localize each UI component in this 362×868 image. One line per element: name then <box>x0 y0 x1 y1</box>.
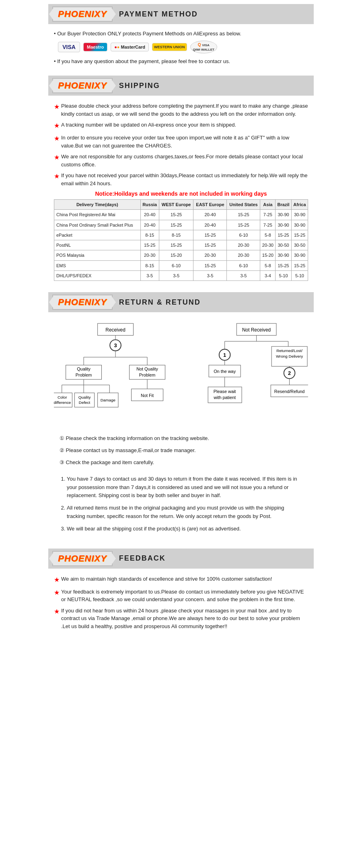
table-row: PostNL15-2515-2515-2520-3020-3030-5030-5… <box>54 240 308 250</box>
table-row: China Post Registered Air Mai20-4015-252… <box>54 210 308 220</box>
shipping-notice: Notice:Hoildays and weekends are not inc… <box>54 190 308 197</box>
qiwi-icon: Q VISAQIWI WALLET <box>190 41 217 53</box>
instruction-2: ② Please contact us by massage,E-mail,or… <box>60 445 302 456</box>
policy-item-2: All returned items must be in the origin… <box>67 504 302 521</box>
col-asia: Asia <box>260 200 276 210</box>
feedback-content: ★ We aim to maintain high standards of e… <box>48 572 314 637</box>
svg-text:with patient: with patient <box>213 395 236 400</box>
shipping-table: Delivery Time(days) Russia WEST Europe E… <box>54 199 308 281</box>
table-row: DHL/UPS/FEDEX3-53-53-53-53-45-105-10 <box>54 271 308 281</box>
svg-text:Damage: Damage <box>101 398 116 403</box>
svg-text:Resend/Refund: Resend/Refund <box>274 389 304 394</box>
payment-section: PHOENIXY PAYMENT METHOD • Our Buyer Prot… <box>48 4 314 72</box>
logo-text-2: PHOENIXY <box>58 80 107 90</box>
svg-text:2: 2 <box>288 371 291 377</box>
feedback-bullet-2: ★ Your feedback is extremely important t… <box>54 588 308 604</box>
flow-diagram: Received 3 Quality Problem Not Quality P… <box>54 319 308 431</box>
table-row: ePacket8-158-1515-256-105-815-2515-25 <box>54 230 308 240</box>
return-title: RETURN & RETUND <box>119 298 201 307</box>
logo-text-3: PHOENIXY <box>58 297 107 307</box>
flow-instructions: ① Please check the tracking information … <box>54 431 308 472</box>
mastercard-icon: ●● MasterCard <box>111 43 149 51</box>
feedback-bullet-3: ★ If you did not hear from us within 24 … <box>54 607 308 631</box>
table-header-row: Delivery Time(days) Russia WEST Europe E… <box>54 200 308 210</box>
svg-text:Defect: Defect <box>79 401 90 405</box>
feedback-section: PHOENIXY FEEDBACK ★ We aim to maintain h… <box>48 549 314 637</box>
payment-title: PAYMENT METHOD <box>119 10 198 18</box>
policy-list: You have 7 days to contact us and 30 day… <box>60 475 302 533</box>
table-row: China Post Ordinary Small Packet Plus20-… <box>54 220 308 230</box>
payment-icons: VISA Maestro ●● MasterCard WESTERN UNION… <box>54 41 308 53</box>
shipping-logo: PHOENIXY <box>52 78 113 93</box>
shipping-bullet-3: ★ In order to ensure you receive your or… <box>54 134 308 149</box>
return-logo: PHOENIXY <box>52 295 113 310</box>
svg-text:Problem: Problem <box>139 373 155 378</box>
svg-text:Wrong Delivery: Wrong Delivery <box>276 354 303 358</box>
return-header: PHOENIXY RETURN & RETUND <box>48 292 314 312</box>
logo-text: PHOENIXY <box>58 9 107 19</box>
col-usa: United States <box>227 200 260 210</box>
star-icon-fb3: ★ <box>54 607 60 616</box>
received-label: Received <box>105 327 125 333</box>
feedback-bullet-1: ★ We aim to maintain high standards of e… <box>54 575 308 585</box>
shipping-bullet-4: ★ We are not responsible for any customs… <box>54 153 308 168</box>
col-brazil: Brazil <box>276 200 292 210</box>
westernunion-icon: WESTERN UNION <box>152 43 187 51</box>
return-section: PHOENIXY RETURN & RETUND Received 3 <box>48 292 314 544</box>
instruction-1: ① Please check the tracking information … <box>60 433 302 444</box>
maestro-icon: Maestro <box>83 43 107 51</box>
svg-text:Returned/Lost/: Returned/Lost/ <box>276 348 302 353</box>
shipping-bullet-2: ★ A tracking number will be updated on A… <box>54 121 308 131</box>
star-icon-5: ★ <box>54 172 60 181</box>
return-content: Received 3 Quality Problem Not Quality P… <box>48 315 314 544</box>
shipping-title: SHIPPING <box>119 82 160 90</box>
payment-bullet1: • Our Buyer Protection ONLY protects Pay… <box>54 31 308 37</box>
instruction-3: ③ Check the package and item carefully. <box>60 457 302 468</box>
svg-text:1: 1 <box>223 352 226 358</box>
svg-text:Color: Color <box>58 395 67 399</box>
policy-item-3: We will bear all the shipping cost if th… <box>67 525 302 533</box>
col-russia: Russia <box>140 200 159 210</box>
star-icon-2: ★ <box>54 121 60 131</box>
star-icon-3: ★ <box>54 134 60 143</box>
col-africa: Africa <box>291 200 308 210</box>
payment-header: PHOENIXY PAYMENT METHOD <box>48 4 314 24</box>
col-delivery: Delivery Time(days) <box>54 200 141 210</box>
shipping-section: PHOENIXY SHIPPING ★ Please double check … <box>48 76 314 288</box>
return-policy: You have 7 days to contact us and 30 day… <box>54 472 308 540</box>
feedback-logo: PHOENIXY <box>52 551 113 566</box>
star-icon-1: ★ <box>54 102 60 112</box>
svg-text:difference: difference <box>54 401 71 405</box>
visa-icon: VISA <box>58 42 80 52</box>
payment-content: • Our Buyer Protection ONLY protects Pay… <box>48 27 314 72</box>
svg-text:Not Received: Not Received <box>242 327 271 333</box>
svg-text:Quality: Quality <box>77 367 90 372</box>
svg-text:On the way: On the way <box>214 369 236 374</box>
col-west-europe: WEST Europe <box>159 200 193 210</box>
policy-item-1: You have 7 days to contact us and 30 day… <box>67 475 302 500</box>
star-icon-fb1: ★ <box>54 575 60 585</box>
table-row: POS Malaysia20-3015-2020-3020-3015-2030-… <box>54 250 308 260</box>
svg-text:Problem: Problem <box>76 373 92 378</box>
svg-text:Not Quality: Not Quality <box>136 367 158 372</box>
table-row: EMS8-156-1015-256-105-815-2515-25 <box>54 260 308 270</box>
svg-text:Quality: Quality <box>78 395 91 399</box>
svg-text:Please wait: Please wait <box>214 389 236 394</box>
star-icon-4: ★ <box>54 153 60 162</box>
shipping-content: ★ Please double check your address befor… <box>48 99 314 288</box>
svg-text:3: 3 <box>114 343 117 349</box>
col-east-europe: EAST Europe <box>193 200 227 210</box>
shipping-bullet-1: ★ Please double check your address befor… <box>54 102 308 118</box>
shipping-header: PHOENIXY SHIPPING <box>48 76 314 96</box>
shipping-bullet-5: ★ If you have not received your parcel w… <box>54 172 308 187</box>
svg-text:Not Fit: Not Fit <box>141 393 154 398</box>
logo-text-4: PHOENIXY <box>58 553 107 563</box>
feedback-header: PHOENIXY FEEDBACK <box>48 549 314 569</box>
payment-logo: PHOENIXY <box>52 6 113 22</box>
feedback-title: FEEDBACK <box>119 554 166 563</box>
star-icon-fb2: ★ <box>54 588 60 598</box>
payment-note: • If you have any question about the pay… <box>54 58 308 64</box>
